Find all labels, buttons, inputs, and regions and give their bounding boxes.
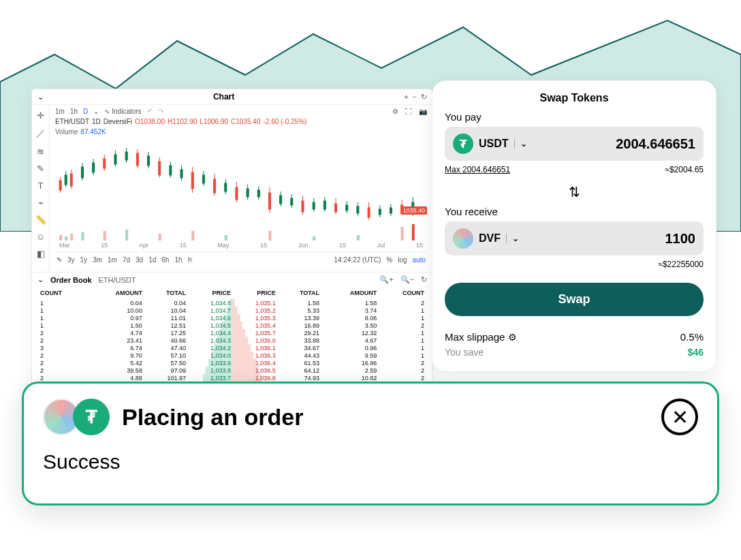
you-receive-label: You receive bbox=[445, 206, 704, 217]
orderbook-row[interactable]: 24.7417.251,034.41,035.729.2112.321 bbox=[39, 329, 426, 337]
plus-icon[interactable]: + bbox=[404, 93, 408, 102]
tf-1d[interactable]: 1d bbox=[148, 256, 156, 264]
pay-token-symbol: USDT bbox=[479, 138, 509, 150]
refresh-icon[interactable]: ↻ bbox=[421, 93, 427, 102]
gear-icon[interactable]: ⚙ bbox=[508, 332, 517, 343]
chevron-down-icon[interactable]: ⌄ bbox=[93, 108, 99, 115]
svg-rect-71 bbox=[81, 232, 84, 240]
scale-pct[interactable]: % bbox=[386, 256, 392, 264]
tf-6h[interactable]: 6h bbox=[161, 256, 169, 264]
interval-d[interactable]: D bbox=[83, 108, 88, 115]
ob-col-total: TOTAL bbox=[277, 287, 321, 299]
chart-x-axis: Mar15 Apr15 May15 Jun15 Jul15 bbox=[55, 242, 427, 249]
svg-rect-75 bbox=[191, 231, 194, 240]
receive-token-selector[interactable]: DVF ⌄ bbox=[453, 228, 519, 249]
svg-rect-74 bbox=[159, 234, 161, 240]
last-price-tag: 1035.40 bbox=[400, 206, 427, 215]
toast-token-icons: ₮ bbox=[43, 399, 110, 435]
chart-header: ⌄ Chart + − ↻ bbox=[32, 89, 432, 105]
fib-icon[interactable]: ≋ bbox=[37, 146, 44, 157]
pay-approx: ≈$2004.65 bbox=[665, 165, 704, 174]
minus-icon[interactable]: − bbox=[413, 93, 417, 102]
swap-card: Swap Tokens You pay ₮ USDT ⌄ 2004.646651… bbox=[432, 80, 716, 372]
tf-3y[interactable]: 3y bbox=[67, 256, 75, 264]
svg-rect-73 bbox=[125, 230, 128, 240]
tf-1y[interactable]: 1y bbox=[80, 256, 88, 264]
text-icon[interactable]: T bbox=[38, 181, 44, 191]
interval-1h[interactable]: 1h bbox=[70, 108, 78, 115]
chevron-down-icon[interactable]: ⌄ bbox=[37, 93, 44, 102]
ohlc-o: 1038.00 bbox=[140, 118, 165, 125]
swap-direction-icon[interactable]: ⇅ bbox=[445, 184, 704, 200]
tf-3d[interactable]: 3d bbox=[136, 256, 143, 264]
toast-status: Success bbox=[43, 450, 698, 473]
measure-icon[interactable]: ◧ bbox=[37, 249, 45, 259]
usdt-icon: ₮ bbox=[453, 134, 473, 154]
crosshair-icon[interactable]: ✛ bbox=[37, 110, 44, 121]
camera-icon[interactable]: 📷 bbox=[419, 108, 427, 115]
svg-rect-69 bbox=[65, 236, 67, 240]
orderbook-row[interactable]: 239.5897.091,033.81,036.564.122.592 bbox=[39, 367, 426, 374]
scale-auto[interactable]: auto bbox=[413, 256, 426, 264]
orderbook-row[interactable]: 11.5012.511,034.51,035.416.893.502 bbox=[39, 322, 426, 329]
tf-3m[interactable]: 3m bbox=[93, 256, 102, 264]
gear-icon[interactable]: ⚙ bbox=[392, 108, 398, 115]
orderbook-row[interactable]: 223.4140.661,034.31,036.033.884.671 bbox=[39, 337, 426, 344]
orderbook-row[interactable]: 36.7447.401,034.21,036.134.670.961 bbox=[39, 344, 426, 352]
orderbook-row[interactable]: 10.040.041,034.81,035.11.581.582 bbox=[39, 299, 426, 307]
pay-row: ₮ USDT ⌄ 2004.646651 bbox=[445, 127, 704, 161]
zoom-in-icon[interactable]: 🔍+ bbox=[379, 275, 393, 284]
ruler-icon[interactable]: 📏 bbox=[35, 215, 46, 225]
goto-date-icon[interactable]: ⎘ bbox=[188, 256, 192, 264]
orderbook-row[interactable]: 24.88101.971,033.71,036.874.9310.822 bbox=[39, 374, 426, 382]
pay-token-selector[interactable]: ₮ USDT ⌄ bbox=[453, 134, 527, 154]
receive-approx: ≈$22255000 bbox=[658, 260, 704, 269]
scale-log[interactable]: log bbox=[398, 256, 407, 264]
tf-7d[interactable]: 7d bbox=[123, 256, 130, 264]
edit-icon[interactable]: ✎ bbox=[57, 256, 62, 264]
redo-icon[interactable]: ↷ bbox=[158, 108, 163, 115]
pay-amount[interactable]: 2004.646651 bbox=[616, 136, 695, 152]
orderbook-title: Order Book bbox=[50, 276, 92, 284]
trendline-icon[interactable]: ／ bbox=[36, 127, 45, 140]
receive-amount[interactable]: 1100 bbox=[665, 231, 696, 247]
zoom-out-icon[interactable]: 🔍− bbox=[400, 275, 414, 284]
orderbook-row[interactable]: 29.7057.101,034.01,036.344.439.591 bbox=[39, 352, 426, 359]
swap-button[interactable]: Swap bbox=[445, 283, 704, 316]
svg-rect-81 bbox=[412, 224, 415, 240]
you-pay-label: You pay bbox=[445, 111, 704, 123]
pay-max[interactable]: Max 2004.646651 bbox=[445, 165, 510, 174]
swap-title: Swap Tokens bbox=[445, 92, 704, 104]
orderbook-row[interactable]: 25.4257.501,033.91,036.461.5316.862 bbox=[39, 359, 426, 367]
undo-icon[interactable]: ↶ bbox=[147, 108, 153, 115]
usdt-icon: ₮ bbox=[73, 399, 110, 435]
emoji-icon[interactable]: ☺ bbox=[36, 232, 45, 242]
chevron-down-icon[interactable]: ⌄ bbox=[514, 139, 527, 149]
ob-col-price: PRICE bbox=[232, 287, 277, 299]
refresh-icon[interactable]: ↻ bbox=[421, 275, 427, 284]
ob-col-price: PRICE bbox=[187, 287, 232, 299]
volume-value: 87.452K bbox=[80, 128, 106, 136]
ohlc-h: 1102.90 bbox=[172, 118, 197, 125]
pair-symbol: ETH/USDT bbox=[55, 118, 89, 125]
indicators-button[interactable]: ∿ Indicators bbox=[104, 108, 141, 115]
dvf-icon bbox=[453, 228, 473, 249]
pattern-icon[interactable]: ⌁ bbox=[38, 198, 44, 208]
fullscreen-icon[interactable]: ⛶ bbox=[405, 108, 412, 115]
close-icon[interactable]: ✕ bbox=[661, 399, 698, 435]
svg-rect-70 bbox=[70, 234, 73, 240]
candlestick-chart[interactable]: 1035.40 bbox=[55, 140, 427, 242]
svg-rect-79 bbox=[357, 235, 360, 240]
interval-1m[interactable]: 1m bbox=[55, 108, 65, 115]
orderbook-pair: ETH/USDT bbox=[99, 276, 136, 284]
orderbook-row[interactable]: 110.0010.041,034.71,035.25.333.741 bbox=[39, 307, 426, 314]
orderbook-row[interactable]: 10.9711.011,034.61,035.313.398.061 bbox=[39, 314, 426, 322]
ohlc-l: 1006.90 bbox=[204, 118, 228, 125]
chevron-down-icon[interactable]: ⌄ bbox=[37, 275, 44, 284]
tf-1m[interactable]: 1m bbox=[108, 256, 117, 264]
chevron-down-icon[interactable]: ⌄ bbox=[506, 234, 519, 243]
tf-1h[interactable]: 1h bbox=[174, 256, 182, 264]
clock: 14:24:22 (UTC) bbox=[334, 256, 381, 264]
brush-icon[interactable]: ✎ bbox=[37, 164, 44, 174]
timeframe-bar: ✎ 3y 1y 3m 1m 7d 3d 1d 6h 1h ⎘ 14:24:22 … bbox=[55, 251, 427, 268]
